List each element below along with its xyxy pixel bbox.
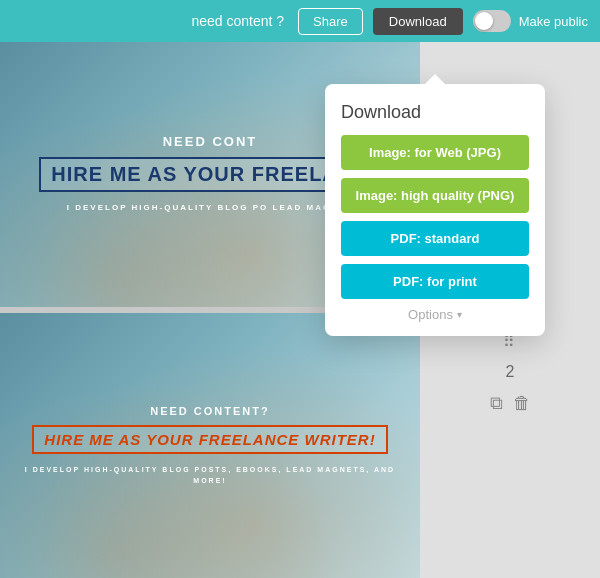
- delete-icon[interactable]: 🗑: [513, 393, 531, 414]
- main-area: NEED CONT HIRE ME AS YOUR FREELANC I DEV…: [0, 42, 600, 578]
- card2-hire-me: HIRE ME AS YOUR FREELANCE WRITER!: [32, 425, 387, 454]
- copy-icon[interactable]: ⧉: [490, 393, 503, 414]
- download-popup: Download Image: for Web (JPG) Image: hig…: [325, 84, 545, 336]
- make-public-label: Make public: [519, 14, 588, 29]
- card1-sub: I DEVELOP HIGH-QUALITY BLOG PO LEAD MAGN…: [67, 202, 353, 215]
- download-pdf-print-button[interactable]: PDF: for print: [341, 264, 529, 299]
- page-number: 2: [506, 363, 515, 381]
- download-pdf-standard-button[interactable]: PDF: standard: [341, 221, 529, 256]
- download-jpg-button[interactable]: Image: for Web (JPG): [341, 135, 529, 170]
- chevron-down-icon: ▾: [457, 309, 462, 320]
- download-png-button[interactable]: Image: high quality (PNG): [341, 178, 529, 213]
- options-label: Options: [408, 307, 453, 322]
- card2-sub: I DEVELOP HIGH-QUALITY BLOG POSTS, EBOOK…: [20, 464, 400, 486]
- topbar: need content ? Share Download Make publi…: [0, 0, 600, 42]
- need-content-label: need content ?: [191, 13, 284, 29]
- options-link[interactable]: Options ▾: [341, 307, 529, 322]
- share-button[interactable]: Share: [298, 8, 363, 35]
- sidebar-action-icons: ⧉ 🗑: [490, 393, 531, 414]
- card2-need-content: NEED CONTENT?: [150, 405, 270, 417]
- popup-title: Download: [341, 102, 529, 123]
- download-button[interactable]: Download: [373, 8, 463, 35]
- card-overlay-2: NEED CONTENT? HIRE ME AS YOUR FREELANCE …: [0, 313, 420, 578]
- card1-need-content: NEED CONT: [163, 134, 258, 149]
- make-public-toggle-wrap: Make public: [473, 10, 588, 32]
- make-public-toggle[interactable]: [473, 10, 511, 32]
- design-card-2[interactable]: NEED CONTENT? HIRE ME AS YOUR FREELANCE …: [0, 313, 420, 578]
